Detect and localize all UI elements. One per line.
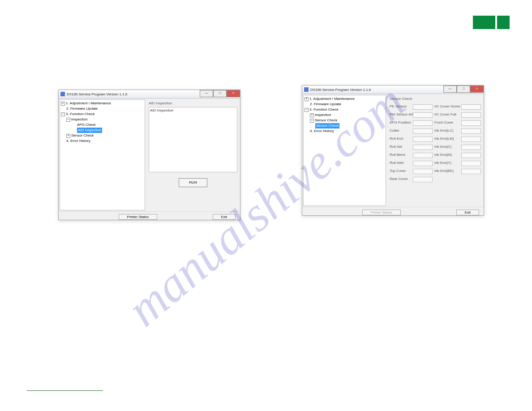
bottom-bar: Printer Status Exit [59,211,240,222]
maximize-button[interactable]: □ [457,86,470,93]
titlebar: DX100 Service Program Version 1.1.0 — □ … [59,90,240,98]
sensor-field [413,177,433,182]
tree-item-selected[interactable]: AID Inspection [61,128,144,133]
tree-item[interactable]: +Sensor Check [61,133,144,138]
printer-status-button: Printer Status [362,210,401,215]
sensor-field [413,153,433,158]
tree-item-selected[interactable]: Sensor Check [305,123,385,128]
close-button[interactable]: × [227,90,240,97]
header-tab-gap [495,16,497,29]
minimize-button[interactable]: — [200,90,213,97]
sensor-label: Roll Inlet [390,161,411,166]
navigation-tree[interactable]: +1. Adjustment / Maintenance 2. Firmware… [303,95,386,206]
sensor-label: Top Cover [390,169,411,174]
sensor-label: Ink End(Y) [434,161,459,166]
minimize-button[interactable]: — [443,86,457,93]
window-buttons: — □ × [443,86,484,93]
titlebar: DX100 Service Program Version 1.1.0 — □ … [302,86,484,94]
output-text: AID Inspection [150,108,173,112]
detail-panel: AID Inspection AID Inspection RUN [147,99,239,210]
tree-item[interactable]: 2. Firmware Update [61,106,144,111]
maximize-button[interactable]: □ [213,90,227,97]
sensor-grid: PE Sensor I/C Cover Home PW Sensor A/D I… [390,104,481,185]
detail-panel: Sensor Check PE Sensor I/C Cover Home PW… [388,95,483,206]
window-buttons: — □ × [200,90,240,97]
sensor-label: APG Position [390,120,411,126]
sensor-field [461,112,481,118]
tree-item[interactable]: −3. Function Check [61,111,144,117]
panel-title: Sensor Check [390,97,481,101]
printer-status-button[interactable]: Printer Status [119,214,157,220]
app-icon [304,87,309,92]
sensor-field [461,161,481,166]
sensor-field [413,112,433,118]
tree-item[interactable]: 4. Error History [305,128,385,134]
sensor-label: PW Sensor A/D [390,112,411,118]
navigation-tree[interactable]: +1. Adjustment / Maintenance 2. Firmware… [60,99,145,210]
sensor-field [413,128,433,134]
sensor-label: Rear Cover [390,177,411,182]
tree-item[interactable]: −3. Function Check [305,107,385,112]
exit-button[interactable]: Exit [456,210,479,215]
sensor-field [413,145,433,150]
tree-item[interactable]: APG Check [61,122,144,128]
tree-item[interactable]: +Inspection [305,112,385,118]
sensor-field [461,169,481,174]
sensor-label: Roll End [390,137,411,142]
sensor-label: Ink End(BK) [434,169,459,174]
sensor-label: PE Sensor [390,104,411,110]
sensor-field [461,128,481,134]
sensor-label: Ink End(M) [434,153,459,158]
footer-rule [27,390,103,391]
sensor-field [461,153,481,158]
close-button[interactable]: × [470,86,484,93]
sensor-field [461,120,481,126]
exit-button[interactable]: Exit [213,214,236,220]
sensor-label: Front Cover [434,120,459,126]
service-program-window-1: DX100 Service Program Version 1.1.0 — □ … [58,90,240,220]
tree-item[interactable]: +1. Adjustment / Maintenance [305,96,385,102]
sensor-label: Ink End(LM) [434,137,459,142]
output-textarea[interactable]: AID Inspection [149,107,237,172]
sensor-field [413,104,433,110]
service-program-window-2: DX100 Service Program Version 1.1.0 — □ … [302,85,484,216]
sensor-field [461,104,481,110]
sensor-label: Cutter [390,128,411,134]
sensor-field [413,120,433,126]
app-icon [60,92,65,96]
header-tab [473,16,510,29]
window-title: DX100 Service Program Version 1.1.0 [310,88,371,92]
window-title: DX100 Service Program Version 1.1.0 [67,92,127,96]
tree-item[interactable]: −Inspection [61,117,144,122]
run-button[interactable]: RUN [179,178,207,187]
tree-item[interactable]: 4. Error History [61,138,144,144]
sensor-field [413,169,433,174]
sensor-field [413,161,433,166]
sensor-label: Ink End(C) [434,145,459,150]
sensor-label: Roll Set [390,145,411,150]
sensor-field [413,137,433,142]
sensor-field [461,145,481,150]
panel-title: AID Inspection [149,101,237,105]
tree-item[interactable]: −Sensor Check [305,118,385,123]
tree-item[interactable]: +1. Adjustment / Maintenance [61,101,144,106]
bottom-bar: Printer Status Exit [302,207,484,217]
sensor-label: I/C Cover Home [434,104,459,110]
tree-item[interactable]: 2. Firmware Update [305,102,385,107]
sensor-label: Ink End(LC) [434,128,459,134]
sensor-field [461,137,481,142]
sensor-label: I/C Cover Full [434,112,459,118]
sensor-label: Roll Bend [390,153,411,158]
